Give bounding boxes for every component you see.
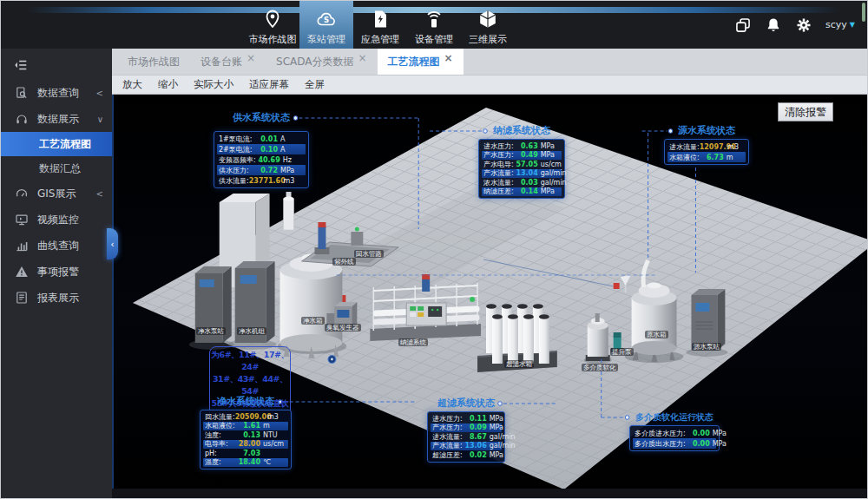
panel-title: 供水系统状态 <box>214 112 309 123</box>
row-value: 40.69 <box>256 156 280 164</box>
panel-row: 水箱液位:1.61m <box>203 422 288 431</box>
row-label: 1#泵电流: <box>219 135 253 144</box>
sidebar-subitem[interactable]: 工艺流程图 <box>1 132 112 156</box>
row-label: 产水流量: <box>483 168 514 178</box>
sidebar-item-4[interactable]: 视频监控 <box>1 207 112 233</box>
sidebar-item-5[interactable]: 曲线查询 <box>1 233 112 259</box>
row-label: 供水压力: <box>219 166 253 175</box>
sidebar-item-6[interactable]: 事项报警 <box>1 259 112 285</box>
windows-stack-icon[interactable] <box>734 16 752 34</box>
sidebar-item-1[interactable]: 数据查询< <box>1 80 112 106</box>
panel-row: 多介质进水压力:0.00MPa <box>633 428 716 438</box>
toolbar-button-5[interactable]: 全屏 <box>305 78 325 91</box>
sidebar-collapse-button[interactable] <box>1 54 112 80</box>
sidebar-subitem[interactable]: 数据汇总 <box>1 156 112 181</box>
nav-item-2[interactable]: S泵站管理 <box>299 1 353 49</box>
dosing-bottle <box>284 192 294 230</box>
nav-item-3[interactable]: 应急管理 <box>353 1 407 49</box>
alarm-icon <box>15 265 29 279</box>
sidebar-item-label: 数据查询 <box>37 86 79 101</box>
gear-icon[interactable] <box>795 16 812 34</box>
nav-item-label: 三维展示 <box>469 33 507 46</box>
user-menu[interactable]: scyy ▼ <box>825 19 855 30</box>
curve-icon <box>15 239 29 253</box>
data-display-icon <box>15 112 29 126</box>
tab-3[interactable]: SCADA分类数据× <box>266 49 378 75</box>
collapse-menu-icon <box>13 57 29 76</box>
clear-alarm-button[interactable]: 清除报警 <box>778 102 833 121</box>
sidebar-item-7[interactable]: 报表展示 <box>1 285 112 311</box>
toolbar-button-3[interactable]: 实际大小 <box>194 78 233 91</box>
row-label: 2#泵电流: <box>219 145 253 154</box>
sidebar-item-2[interactable]: 数据展示∨ <box>1 106 112 132</box>
row-label: 多介质出水压力: <box>635 439 686 449</box>
tab-close-icon[interactable]: × <box>358 52 367 64</box>
tab-label: 市场作战图 <box>128 55 180 69</box>
row-unit: MPa <box>280 167 304 174</box>
panel-row: 超滤压差:0.02MPa <box>431 450 502 460</box>
sidebar-item-label: GIS展示 <box>37 187 76 201</box>
nav-item-5[interactable]: 三维展示 <box>461 1 515 49</box>
sidebar: 数据查询<数据展示∨工艺流程图数据汇总GIS展示<视频监控曲线查询事项报警报表展… <box>1 49 112 499</box>
row-value: 0.10 <box>253 146 278 154</box>
chevron-icon: < <box>96 89 103 98</box>
row-value: 1.61 <box>236 422 260 430</box>
panel-row: 进水流量:12097.90m3 <box>667 141 746 152</box>
panel-row: 浓水流量:0.03gal/min <box>482 178 562 187</box>
annotation-line: 31#、43#、44#、54# <box>210 373 290 397</box>
tab-close-icon[interactable]: × <box>247 52 255 64</box>
panel-row: 进水流量:8.67gal/min <box>431 432 502 442</box>
sidebar-item-3[interactable]: GIS展示< <box>1 181 112 207</box>
panel-row: 浊度:0.13NTU <box>203 430 288 440</box>
row-value: 0.14 <box>514 187 538 195</box>
sidebar-toggle-handle[interactable]: ‹ <box>107 228 118 259</box>
row-label: 水箱液位: <box>669 153 700 162</box>
panel-title: 纳滤系统状态 <box>478 125 565 136</box>
row-value: 0.72 <box>253 167 278 174</box>
sidebar-item-label: 报表展示 <box>37 291 79 305</box>
row-label: 回水流量: <box>205 412 235 422</box>
row-label: pH: <box>205 450 236 457</box>
panel-row: 1#泵电流:0.01A <box>217 134 306 144</box>
row-value: 57.05 <box>514 161 538 168</box>
device-signal-icon <box>424 9 444 30</box>
row-value: 0.01 <box>253 135 278 143</box>
row-label: 产水压力: <box>483 150 514 160</box>
row-value: 12097.90 <box>700 143 725 151</box>
row-value: 0.11 <box>463 415 487 423</box>
panel-box: 回水流量:20509.00m3水箱液位:1.61m浊度:0.13NTU电导率:2… <box>200 410 292 469</box>
panel-title: 超滤系统状态 <box>427 397 505 409</box>
row-value: 0.63 <box>514 142 538 150</box>
app-body: 数据查询<数据展示∨工艺流程图数据汇总GIS展示<视频监控曲线查询事项报警报表展… <box>1 49 867 499</box>
scrollbar-thumb[interactable] <box>862 3 865 22</box>
toolbar-button-2[interactable]: 缩小 <box>158 78 178 91</box>
nav-item-1[interactable]: 市场作战图 <box>246 1 299 49</box>
tab-4[interactable]: 工艺流程图× <box>378 49 464 75</box>
video-icon <box>15 213 29 227</box>
status-panel-clean-water: 净水系统状态回水流量:20509.00m3水箱液位:1.61m浊度:0.13NT… <box>200 396 292 469</box>
bell-icon[interactable] <box>765 16 782 34</box>
nav-menu: 市场作战图S泵站管理应急管理设备管理三维展示 <box>0 1 813 49</box>
panel-row: 供水压力:0.72MPa <box>217 165 306 175</box>
toolbar-button-1[interactable]: 放大 <box>122 78 142 91</box>
row-label: 温度: <box>205 457 236 467</box>
row-unit: m <box>727 154 744 161</box>
row-label: 浊度: <box>205 430 236 440</box>
tab-2[interactable]: 设备台账× <box>190 49 266 75</box>
bottom-strip <box>112 489 867 499</box>
row-label: 产水电导: <box>483 160 514 169</box>
toolbar-button-4[interactable]: 适应屏幕 <box>249 78 289 91</box>
tab-1[interactable]: 市场作战图 <box>117 49 190 75</box>
process-canvas: 净水泵站净水机组净水箱紫外线回水管路臭氧发生器纳滤系统超滤水箱多介质软化提升泵原… <box>112 95 867 489</box>
status-panel-ultrafiltration: 超滤系统状态进水压力:0.11MPa产水压力:0.09MPa进水流量:8.67g… <box>427 397 505 463</box>
tab-close-icon[interactable]: × <box>444 52 453 64</box>
sidebar-item-label: 事项报警 <box>37 265 79 279</box>
row-value: 0.00 <box>686 430 710 437</box>
row-unit: MPa <box>490 451 503 459</box>
row-value: 0.09 <box>463 423 487 431</box>
panel-row: 产水电导:57.05us/cm <box>482 160 562 169</box>
row-value: 8.67 <box>463 433 487 441</box>
sidebar-item-label: 数据展示 <box>37 112 79 127</box>
row-unit: gal/min <box>541 169 564 177</box>
nav-item-4[interactable]: 设备管理 <box>407 1 461 49</box>
